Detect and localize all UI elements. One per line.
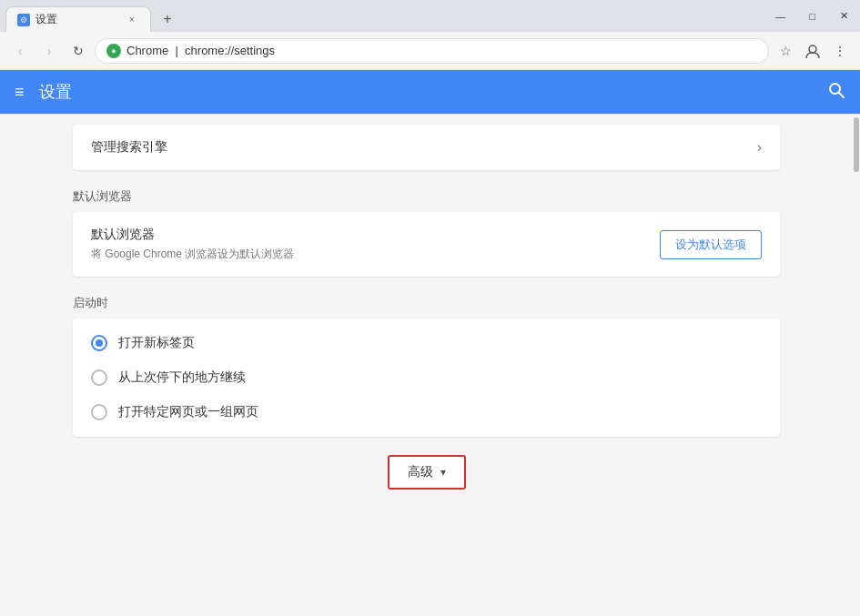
window-controls: — □ ✕: [764, 0, 860, 32]
close-button[interactable]: ✕: [828, 0, 860, 32]
address-text: Chrome | chrome://settings: [126, 44, 275, 57]
tab-label: 设置: [35, 12, 57, 27]
toolbar-right: ☆ ⋮: [773, 38, 853, 64]
app-header-left: ≡ 设置: [15, 81, 72, 103]
search-engine-card: 管理搜索引擎 ›: [73, 125, 780, 170]
hamburger-icon[interactable]: ≡: [15, 83, 25, 102]
app-header: ≡ 设置: [0, 70, 860, 114]
new-tab-button[interactable]: +: [155, 6, 180, 32]
forward-button[interactable]: ›: [36, 38, 62, 64]
advanced-section: 高级 ▾: [73, 455, 780, 490]
advanced-label: 高级: [408, 464, 433, 480]
app-title: 设置: [39, 81, 72, 103]
content-area: 管理搜索引擎 › 默认浏览器 默认浏览器 将 Google Chrome 浏览器…: [0, 114, 860, 616]
startup-option-0-label: 打开新标签页: [118, 335, 195, 351]
startup-option-2-label: 打开特定网页或一组网页: [118, 404, 258, 420]
radio-circle-2: [91, 404, 107, 420]
browser-toolbar: ‹ › ↻ ● Chrome | chrome://settings ☆ ⋮: [0, 32, 860, 70]
search-icon[interactable]: [827, 81, 845, 104]
default-browser-section-title: 默认浏览器: [73, 188, 780, 205]
title-bar: ⚙ 设置 × + — □ ✕: [0, 0, 860, 32]
startup-option-2[interactable]: 打开特定网页或一组网页: [73, 395, 780, 429]
radio-dot-0: [96, 339, 103, 347]
tab-bar: ⚙ 设置 × +: [0, 0, 180, 32]
default-browser-description: 将 Google Chrome 浏览器设为默认浏览器: [91, 247, 294, 262]
radio-circle-0: [91, 335, 107, 351]
advanced-button[interactable]: 高级 ▾: [388, 455, 466, 490]
default-browser-title: 默认浏览器: [91, 227, 294, 243]
startup-section-title: 启动时: [73, 295, 780, 311]
secure-icon: ●: [106, 44, 121, 58]
scrollbar-thumb[interactable]: [854, 117, 859, 172]
search-engine-section: 管理搜索引擎 ›: [73, 125, 780, 170]
maximize-button[interactable]: □: [796, 0, 828, 32]
menu-button[interactable]: ⋮: [827, 38, 853, 64]
default-browser-info: 默认浏览器 将 Google Chrome 浏览器设为默认浏览器: [91, 227, 294, 262]
active-tab[interactable]: ⚙ 设置 ×: [5, 6, 151, 32]
bookmark-button[interactable]: ☆: [773, 38, 798, 64]
radio-circle-1: [91, 369, 107, 386]
startup-option-1-label: 从上次停下的地方继续: [118, 369, 246, 386]
tab-favicon: ⚙: [17, 14, 30, 26]
minimize-button[interactable]: —: [764, 0, 796, 32]
main-content: 管理搜索引擎 › 默认浏览器 默认浏览器 将 Google Chrome 浏览器…: [0, 114, 853, 616]
address-bar[interactable]: ● Chrome | chrome://settings: [95, 38, 769, 64]
startup-card: 打开新标签页 从上次停下的地方继续 打开特定网页或一组网页: [73, 318, 780, 437]
back-button[interactable]: ‹: [7, 38, 33, 64]
account-button[interactable]: [800, 38, 825, 64]
reload-button[interactable]: ↻: [66, 38, 91, 64]
scrollbar-track: [853, 114, 860, 616]
manage-search-engines-item[interactable]: 管理搜索引擎 ›: [73, 125, 780, 170]
startup-option-0[interactable]: 打开新标签页: [73, 326, 780, 360]
manage-search-engines-label: 管理搜索引擎: [91, 139, 167, 156]
scrollbar[interactable]: [853, 114, 860, 616]
tab-close-button[interactable]: ×: [125, 13, 139, 27]
svg-point-0: [809, 45, 816, 53]
startup-option-1[interactable]: 从上次停下的地方继续: [73, 360, 780, 395]
set-default-button[interactable]: 设为默认选项: [660, 230, 762, 259]
svg-line-2: [839, 92, 845, 97]
default-browser-card: 默认浏览器 将 Google Chrome 浏览器设为默认浏览器 设为默认选项: [73, 212, 780, 277]
manage-search-engines-arrow: ›: [757, 139, 762, 156]
dropdown-arrow-icon: ▾: [440, 466, 446, 479]
